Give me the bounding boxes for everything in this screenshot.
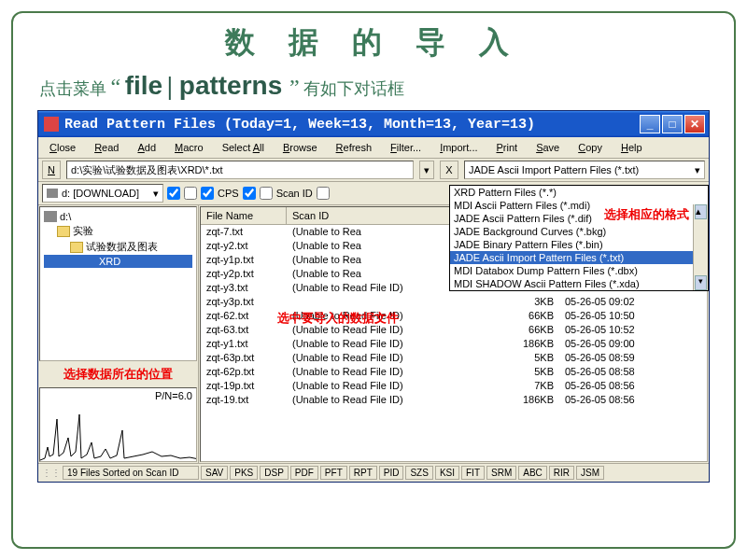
dropdown-option[interactable]: XRD Pattern Files (*.*): [450, 186, 708, 199]
clear-button[interactable]: X: [440, 161, 458, 179]
file-row[interactable]: zqt-y3p.txt3KB05-26-05 09:02: [201, 295, 707, 309]
drive-select[interactable]: d: [DOWNLOAD] ▾: [42, 184, 163, 203]
cell-scanid: (Unable to Read File ID): [287, 351, 492, 365]
dropdown-option[interactable]: MDI Databox Dump Pattern Files (*.dbx): [450, 264, 708, 277]
file-list-pane: File Name Scan ID zqt-7.txt(Unable to Re…: [200, 206, 708, 462]
cps-label: CPS: [218, 188, 239, 199]
menu-help[interactable]: Help: [613, 140, 650, 155]
titlebar: Read Pattern Files (Today=1, Week=13, Mo…: [38, 111, 709, 137]
status-box-srm[interactable]: SRM: [486, 466, 516, 480]
menu-import-[interactable]: Import...: [432, 140, 485, 155]
cell-date: 05-26-05 09:00: [559, 337, 675, 351]
dropdown-option[interactable]: MDI SHADOW Ascii Pattern Files (*.xda): [450, 277, 708, 290]
menu-browse[interactable]: Browse: [275, 140, 325, 155]
dropdown-option[interactable]: JADE Binary Pattern Files (*.bin): [450, 238, 708, 251]
scanid-checkbox[interactable]: [317, 187, 330, 200]
checkbox-5[interactable]: [260, 187, 273, 200]
status-box-szs[interactable]: SZS: [405, 466, 432, 480]
filetype-select[interactable]: JADE Ascii Import Pattern Files (*.txt) …: [464, 161, 705, 179]
status-box-pdf[interactable]: PDF: [290, 466, 318, 480]
cell-size: 5KB: [492, 365, 559, 379]
cps-checkbox[interactable]: [243, 187, 256, 200]
menu-select-all[interactable]: Select All: [215, 140, 272, 155]
drive-icon: [44, 211, 57, 222]
menu-copy[interactable]: Copy: [571, 140, 610, 155]
menu-add[interactable]: Add: [130, 140, 163, 155]
menu-print[interactable]: Print: [489, 140, 526, 155]
scrollbar-thumb[interactable]: ▴: [695, 204, 707, 219]
status-box-pft[interactable]: PFT: [320, 466, 347, 480]
app-icon: [44, 117, 59, 132]
col-filename[interactable]: File Name: [201, 207, 287, 224]
status-box-rir[interactable]: RIR: [549, 466, 574, 480]
status-box-ksi[interactable]: KSI: [435, 466, 459, 480]
statusbar-grip: ⋮⋮: [42, 468, 61, 478]
status-box-sav[interactable]: SAV: [201, 466, 228, 480]
kw-patterns: patterns: [179, 71, 289, 100]
menu-read[interactable]: Read: [87, 140, 126, 155]
menu-save[interactable]: Save: [529, 140, 567, 155]
tree-item-label: XRD: [99, 256, 120, 267]
statusbar: ⋮⋮ 19 Files Sorted on Scan ID SAVPKSDSPP…: [38, 463, 709, 482]
menu-close[interactable]: Close: [42, 140, 83, 155]
cell-size: 186KB: [492, 337, 559, 351]
subtitle-post: 有如下对话框: [303, 79, 404, 98]
status-box-pks[interactable]: PKS: [230, 466, 258, 480]
menu-filter-[interactable]: Filter...: [383, 140, 429, 155]
status-box-pid[interactable]: PID: [379, 466, 404, 480]
maximize-button[interactable]: □: [662, 115, 683, 133]
scrollbar-down-icon[interactable]: ▾: [695, 275, 707, 290]
tree-item-label: d:\: [60, 211, 71, 222]
cell-scanid: [287, 295, 492, 309]
cell-size: 7KB: [492, 379, 559, 393]
cell-size: 66KB: [492, 309, 559, 323]
path-dropdown-icon[interactable]: ▾: [419, 161, 434, 179]
status-box-fit[interactable]: FIT: [461, 466, 485, 480]
n-label: N: [48, 164, 55, 175]
n-button[interactable]: N: [42, 161, 61, 179]
folder-icon: [70, 242, 83, 253]
file-row[interactable]: zqt-62p.txt(Unable to Read File ID)5KB05…: [201, 365, 707, 379]
dropdown-scrollbar[interactable]: ▴ ▾: [693, 204, 708, 290]
status-box-rpt[interactable]: RPT: [349, 466, 377, 480]
cell-date: 05-26-05 08:56: [559, 393, 675, 407]
status-text: 19 Files Sorted on Scan ID: [63, 466, 199, 480]
status-box-dsp[interactable]: DSP: [260, 466, 289, 480]
slide-subtitle: 点击菜单 “ file | patterns ” 有如下对话框: [39, 71, 721, 101]
menu-macro[interactable]: Macro: [167, 140, 211, 155]
quote-open: “: [111, 75, 121, 99]
status-box-jsm[interactable]: JSM: [576, 466, 604, 480]
file-row[interactable]: zqt-19p.txt(Unable to Read File ID)7KB05…: [201, 379, 707, 393]
status-box-abc[interactable]: ABC: [518, 466, 547, 480]
tree-item[interactable]: 试验数据及图表: [44, 239, 192, 255]
path-input[interactable]: [66, 161, 414, 179]
filetype-dropdown-list[interactable]: 选择相应的格式 XRD Pattern Files (*.*)MDI Ascii…: [449, 185, 709, 291]
tree-item[interactable]: 实验: [44, 223, 192, 239]
folder-tree[interactable]: d:\实验试验数据及图表XRD: [39, 206, 197, 361]
subtitle-pre: 点击菜单: [39, 79, 106, 98]
cell-filename: zqt-y2.txt: [201, 239, 287, 253]
file-row[interactable]: zqt-63p.txt(Unable to Read File ID)5KB05…: [201, 351, 707, 365]
minimize-button[interactable]: _: [640, 115, 660, 133]
tree-item-label: 试验数据及图表: [86, 240, 158, 254]
checkbox-2[interactable]: [184, 187, 197, 200]
checkbox-3[interactable]: [201, 187, 214, 200]
checkbox-1[interactable]: [167, 187, 180, 200]
dropdown-option[interactable]: JADE Background Curves (*.bkg): [450, 225, 708, 238]
left-pane: d:\实验试验数据及图表XRD 选择数据所在的位置 P/N=6.0: [38, 205, 199, 463]
tree-item[interactable]: d:\: [44, 210, 192, 223]
close-button[interactable]: ✕: [684, 115, 705, 133]
tree-item[interactable]: XRD: [44, 255, 192, 268]
cell-filename: zqt-63p.txt: [201, 351, 287, 365]
cell-size: 66KB: [492, 323, 559, 337]
menu-refresh[interactable]: Refresh: [329, 140, 380, 155]
cell-scanid: (Unable to Read File ID): [287, 337, 492, 351]
file-row[interactable]: zqt-y1.txt(Unable to Read File ID)186KB0…: [201, 337, 707, 351]
dropdown-option[interactable]: JADE Ascii Import Pattern Files (*.txt): [450, 251, 708, 264]
cell-scanid: (Unable to Read File ID): [287, 379, 492, 393]
x-label: X: [445, 164, 452, 175]
cell-size: 5KB: [492, 351, 559, 365]
file-row[interactable]: zqt-19.txt(Unable to Read File ID)186KB0…: [201, 393, 707, 407]
cell-date: 05-26-05 09:02: [559, 295, 675, 309]
tree-item-label: 实验: [73, 224, 93, 238]
